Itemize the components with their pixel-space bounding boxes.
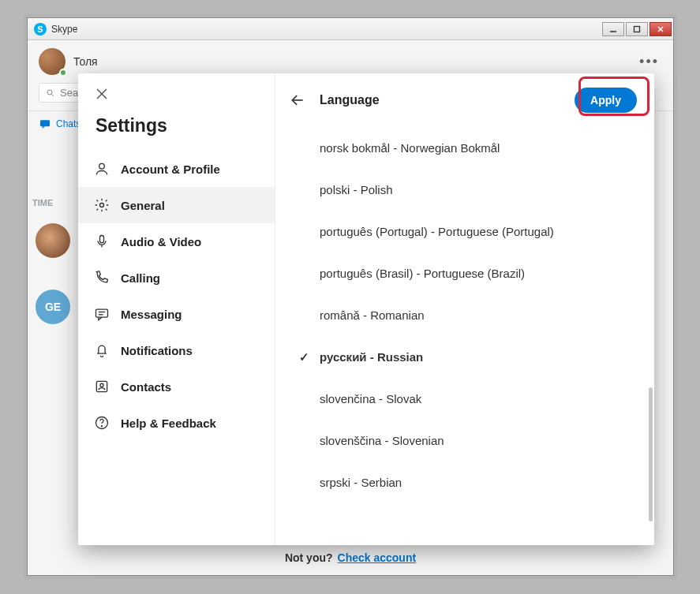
detail-title: Language — [320, 93, 560, 107]
chat-icon — [39, 118, 51, 130]
contact-avatar-2[interactable]: GE — [36, 290, 70, 324]
minimize-button[interactable] — [602, 22, 624, 36]
svg-rect-1 — [634, 26, 640, 32]
nav-contacts[interactable]: Contacts — [78, 368, 275, 405]
language-option[interactable]: srpski - Serbian — [283, 461, 648, 503]
nav-label: Notifications — [121, 344, 193, 357]
svg-point-4 — [47, 90, 52, 95]
close-button[interactable] — [649, 22, 672, 36]
not-you-prompt: Not you? Check account — [28, 540, 673, 575]
detail-header: Language Apply — [275, 73, 654, 127]
phone-icon — [94, 270, 110, 286]
nav-notifications[interactable]: Notifications — [78, 332, 275, 368]
nav-help-feedback[interactable]: Help & Feedback — [78, 405, 275, 441]
more-menu-button[interactable]: ••• — [636, 54, 662, 70]
app-window: S Skype Толя ••• Se — [27, 17, 674, 576]
nav-audio-video[interactable]: Audio & Video — [78, 223, 275, 260]
language-option[interactable]: norsk bokmål - Norwegian Bokmål — [283, 127, 648, 169]
language-option[interactable]: română - Romanian — [283, 294, 648, 336]
settings-modal: Settings Account & Profile General Audio… — [78, 73, 654, 545]
nav-messaging[interactable]: Messaging — [78, 296, 275, 332]
message-icon — [94, 306, 110, 322]
avatar[interactable] — [39, 48, 66, 75]
settings-sidebar: Settings Account & Profile General Audio… — [78, 73, 275, 545]
language-option[interactable]: slovenčina - Slovak — [283, 378, 648, 420]
search-text: Sea — [60, 87, 78, 99]
nav-label: Messaging — [121, 308, 182, 321]
help-icon — [94, 415, 110, 431]
language-list[interactable]: norsk bokmål - Norwegian Bokmålpolski - … — [275, 127, 654, 545]
time-section-label: TIME — [32, 198, 53, 207]
nav-general[interactable]: General — [78, 187, 275, 223]
bell-icon — [94, 342, 110, 358]
nav-calling[interactable]: Calling — [78, 260, 275, 296]
contacts-icon — [94, 379, 110, 394]
svg-point-16 — [100, 383, 103, 387]
back-button[interactable] — [290, 92, 305, 108]
window-title: Skype — [51, 24, 602, 35]
maximize-button[interactable] — [626, 22, 648, 36]
not-you-text: Not you? — [285, 551, 333, 564]
apply-button[interactable]: Apply — [575, 88, 637, 113]
window-controls — [602, 22, 672, 36]
nav-label: General — [121, 199, 165, 212]
language-option[interactable]: português (Portugal) - Portuguese (Portu… — [283, 211, 648, 252]
svg-point-18 — [102, 426, 103, 427]
language-option[interactable]: русский - Russian — [283, 336, 648, 378]
profile-name: Толя — [73, 55, 628, 68]
nav-label: Account & Profile — [121, 163, 220, 176]
nav-label: Calling — [121, 271, 160, 285]
titlebar: S Skype — [28, 18, 673, 40]
settings-title: Settings — [78, 104, 275, 151]
close-icon — [95, 88, 108, 100]
svg-rect-11 — [100, 236, 104, 243]
language-option[interactable]: português (Brasil) - Portuguese (Brazil) — [283, 252, 648, 294]
nav-label: Audio & Video — [121, 235, 201, 248]
tab-chats-label: Chats — [56, 118, 80, 129]
skype-logo-icon: S — [34, 23, 47, 35]
check-account-link[interactable]: Check account — [338, 551, 417, 564]
svg-point-9 — [99, 163, 105, 169]
svg-rect-12 — [96, 309, 108, 317]
presence-online-icon — [59, 69, 67, 77]
svg-point-10 — [100, 204, 104, 207]
scrollbar-thumb[interactable] — [649, 387, 653, 521]
nav-label: Help & Feedback — [121, 417, 216, 430]
gear-icon — [94, 197, 110, 213]
language-option[interactable]: polski - Polish — [283, 169, 648, 211]
contact-avatar-1[interactable] — [36, 223, 70, 258]
svg-rect-6 — [40, 120, 50, 126]
svg-line-5 — [52, 94, 54, 96]
close-settings-button[interactable] — [78, 73, 275, 104]
nav-account-profile[interactable]: Account & Profile — [78, 151, 275, 187]
arrow-left-icon — [290, 92, 305, 108]
search-icon — [46, 88, 55, 98]
language-option[interactable]: slovenščina - Slovenian — [283, 420, 648, 461]
microphone-icon — [94, 233, 110, 249]
person-icon — [94, 161, 110, 177]
settings-detail-pane: Language Apply norsk bokmål - Norwegian … — [275, 73, 654, 545]
nav-label: Contacts — [121, 380, 171, 394]
